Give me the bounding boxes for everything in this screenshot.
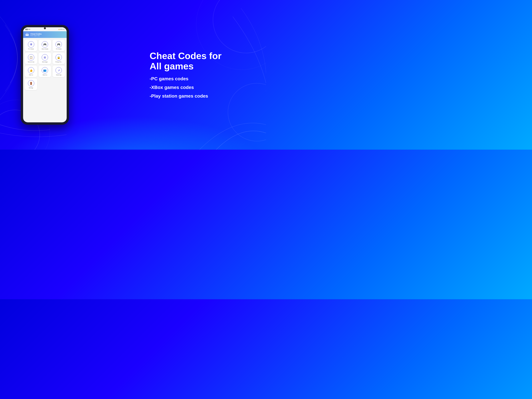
deco-circle-3 [213, 0, 266, 53]
menu-item-rate-us[interactable]: 👍Rate us [25, 65, 37, 77]
headline: Cheat Codes for All games [150, 51, 256, 71]
menu-item-pc-cheats[interactable]: 🖥PC Cheats [25, 40, 37, 51]
status-right: 🔔 100% 9:07 [58, 29, 65, 30]
menu-item-more-apps[interactable]: ⊞More Apps [38, 52, 51, 64]
menu-label-5: Privacy Pol... [55, 61, 62, 63]
menu-label-1: Xbox Cheats [42, 48, 48, 50]
menu-label-0: PC Cheats [28, 48, 34, 50]
headline-line1: Cheat Codes for [150, 51, 222, 61]
signal-icon: ▐▐▐ [25, 29, 28, 30]
menu-label-2: PS Cheats [56, 48, 62, 50]
feature-item-0: -PC games codes [150, 76, 256, 82]
menu-icon-4: ⊞ [42, 54, 48, 61]
menu-item-about-us[interactable]: 👥About us [38, 65, 51, 77]
menu-item-exit-app[interactable]: 🚪Exit App [25, 78, 37, 90]
phone-section: ▐▐▐ WiFi 🔔 100% 9:07 Cheat Codes [13, 25, 76, 125]
menu-label-7: About us [43, 74, 47, 76]
wifi-icon: WiFi [28, 29, 30, 30]
headline-line2: All games [150, 61, 194, 71]
app-logo-icon [25, 32, 29, 37]
menu-icon-3: 📋 [28, 54, 34, 61]
phone-frame: ▐▐▐ WiFi 🔔 100% 9:07 Cheat Codes [21, 25, 69, 125]
menu-label-6: Rate us [29, 74, 33, 76]
menu-icon-5: 🔒 [56, 54, 62, 61]
menu-label-9: Exit App [29, 87, 33, 89]
phone-screen: ▐▐▐ WiFi 🔔 100% 9:07 Cheat Codes [23, 27, 67, 122]
app-header: Cheat Codes Brain Apps Ville [23, 31, 67, 38]
phone-notch [38, 25, 51, 27]
phone-camera [44, 27, 46, 29]
menu-icon-8: ↗ [56, 67, 62, 74]
app-subtitle: Brain Apps Ville [30, 35, 42, 36]
app-title: Cheat Codes [30, 33, 42, 35]
menu-label-4: More Apps [42, 61, 48, 63]
feature-item-1: -XBox games codes [150, 85, 256, 90]
menu-item-xbox-cheats[interactable]: 🎮Xbox Cheats [38, 40, 51, 51]
feature-item-2: -Play station games codes [150, 94, 256, 99]
time-display: 9:07 [63, 29, 65, 30]
menu-icon-2: 🎮 [56, 41, 62, 48]
app-header-text: Cheat Codes Brain Apps Ville [30, 33, 42, 36]
feature-list: -PC games codes-XBox games codes-Play st… [150, 76, 256, 99]
menu-item-ps-cheats[interactable]: 🎮PS Cheats [52, 40, 65, 51]
menu-item-privacy-pol...[interactable]: 🔒Privacy Pol... [52, 52, 65, 64]
battery-icon: 🔔 [58, 29, 59, 30]
menu-item-share-app[interactable]: ↗Share App [52, 65, 65, 77]
status-left: ▐▐▐ WiFi [25, 29, 30, 30]
menu-grid: 🖥PC Cheats🎮Xbox Cheats🎮PS Cheats📋Terms o… [23, 38, 67, 92]
menu-icon-9: 🚪 [28, 80, 34, 86]
menu-icon-0: 🖥 [28, 41, 34, 48]
menu-icon-7: 👥 [42, 67, 48, 74]
menu-label-8: Share App [56, 74, 62, 76]
menu-item-terms-of-use[interactable]: 📋Terms of use [25, 52, 37, 64]
right-section: Cheat Codes for All games -PC games code… [150, 51, 256, 99]
menu-icon-6: 👍 [28, 67, 34, 74]
battery-level: 100% [60, 29, 62, 30]
menu-icon-1: 🎮 [42, 41, 48, 48]
menu-label-3: Terms of use [28, 61, 34, 63]
